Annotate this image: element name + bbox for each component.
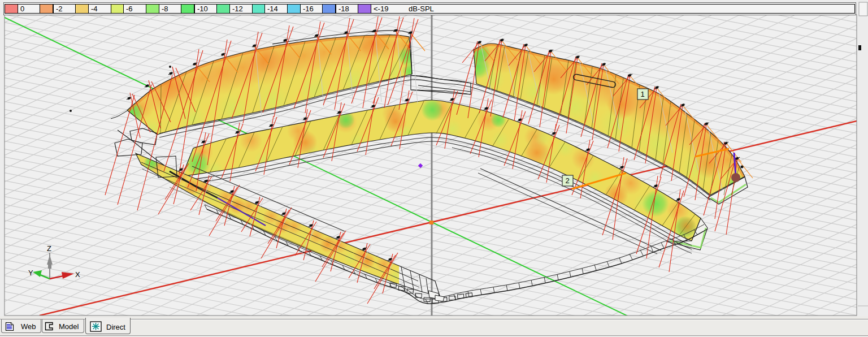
svg-text:Z: Z <box>47 244 51 253</box>
svg-text:2: 2 <box>565 176 569 185</box>
svg-text:Y: Y <box>28 269 33 277</box>
svg-text:X: X <box>75 270 80 279</box>
svg-text:1: 1 <box>640 90 644 98</box>
